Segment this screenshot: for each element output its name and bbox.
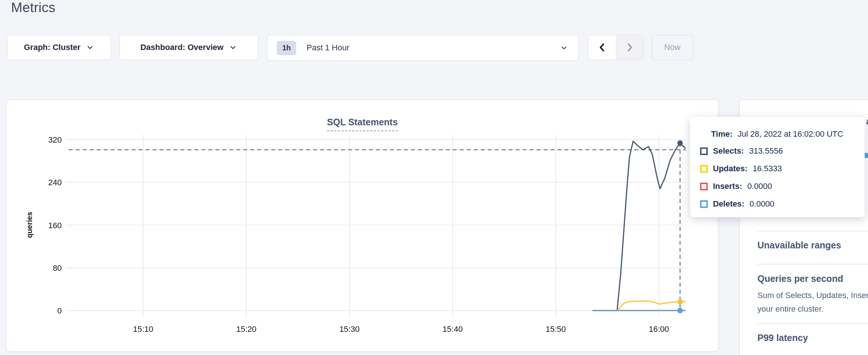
chevron-down-icon	[229, 43, 237, 51]
svg-text:240: 240	[48, 178, 62, 187]
side-heading-queries-per-second: Queries per second	[757, 273, 843, 284]
sql-statements-chart[interactable]: 08016024032015:1015:2015:3015:4015:5016:…	[7, 100, 718, 351]
svg-text:320: 320	[48, 135, 62, 144]
divider	[757, 231, 868, 232]
page-title: Metrics	[11, 0, 55, 15]
now-button[interactable]: Now	[652, 35, 693, 60]
clipped-chart-title-fragment: a	[866, 116, 868, 127]
tooltip-time-value: Jul 28, 2022 at 16:02:00 UTC	[738, 129, 843, 139]
svg-text:queries: queries	[25, 212, 33, 238]
svg-text:15:10: 15:10	[133, 324, 153, 334]
svg-text:15:40: 15:40	[442, 324, 463, 334]
side-heading-unavailable-ranges: Unavailable ranges	[757, 240, 841, 251]
divider	[757, 264, 868, 265]
chevron-down-icon	[86, 43, 94, 51]
deletes-swatch-icon	[700, 200, 708, 208]
svg-text:16:00: 16:00	[649, 324, 669, 334]
svg-text:0: 0	[57, 306, 62, 315]
sql-statements-chart-card: SQL Statements 08016024032015:1015:2015:…	[6, 100, 718, 352]
tooltip-row-updates: Updates:16.5333	[700, 164, 782, 173]
qps-description-line-1: Sum of Selects, Updates, Inser	[757, 291, 868, 300]
next-time-button[interactable]	[616, 35, 644, 60]
svg-text:15:30: 15:30	[339, 324, 359, 334]
svg-text:160: 160	[48, 221, 62, 230]
chevron-right-icon	[625, 42, 634, 53]
chevron-left-icon	[598, 42, 606, 53]
time-nav-group	[588, 35, 644, 60]
tooltip-time-row: Time:Jul 28, 2022 at 16:02:00 UTC	[711, 129, 843, 139]
time-range-label: Past 1 Hour	[306, 43, 349, 53]
selects-swatch-icon	[700, 147, 708, 155]
dashboard-dropdown[interactable]: Dashboard: Overview	[119, 35, 258, 60]
updates-swatch-icon	[700, 165, 708, 173]
tooltip-time-label: Time:	[711, 129, 732, 139]
tooltip-row-inserts: Inserts:0.0000	[700, 182, 772, 191]
prev-time-button[interactable]	[588, 35, 616, 60]
qps-description-line-2: your entire cluster.	[757, 304, 824, 314]
dashboard-dropdown-label: Dashboard: Overview	[140, 43, 223, 52]
inserts-swatch-icon	[700, 183, 708, 190]
divider	[757, 323, 868, 324]
graph-dropdown-label: Graph: Cluster	[24, 43, 80, 52]
tooltip-row-selects: Selects:313.5556	[700, 146, 783, 156]
time-range-badge: 1h	[277, 41, 296, 55]
side-heading-p99-latency: P99 latency	[757, 333, 808, 343]
graph-dropdown[interactable]: Graph: Cluster	[7, 35, 111, 60]
time-range-selector[interactable]: 1h Past 1 Hour	[268, 35, 579, 61]
svg-text:15:50: 15:50	[546, 324, 566, 334]
chevron-down-icon	[560, 44, 568, 52]
metrics-page: Metrics Graph: Cluster Dashboard: Overvi…	[0, 0, 868, 355]
tooltip-row-deletes: Deletes:0.0000	[700, 199, 774, 209]
svg-text:80: 80	[53, 263, 62, 273]
svg-text:15:20: 15:20	[236, 324, 257, 334]
chart-tooltip: Time:Jul 28, 2022 at 16:02:00 UTC Select…	[690, 117, 865, 217]
